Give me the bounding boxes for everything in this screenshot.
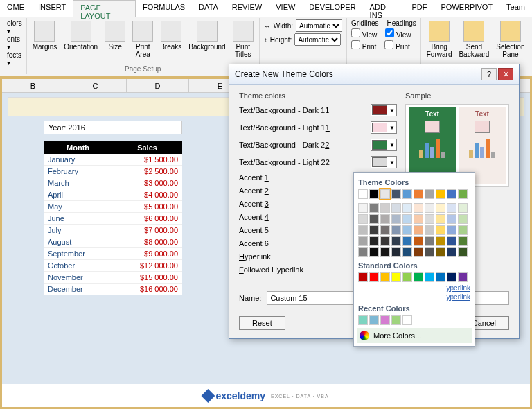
color-cell[interactable] <box>436 203 445 213</box>
color-cell[interactable] <box>402 203 412 213</box>
color-cell[interactable] <box>436 247 445 257</box>
color-cell[interactable] <box>458 272 468 282</box>
color-cell[interactable] <box>391 189 401 199</box>
col-B[interactable]: B <box>2 79 64 92</box>
headings-print-check[interactable] <box>384 40 393 49</box>
color-cell[interactable] <box>402 272 412 282</box>
color-cell[interactable] <box>447 189 456 199</box>
themes-olors[interactable]: olors ▾ <box>7 19 22 35</box>
color-cell[interactable] <box>436 272 445 282</box>
color-cell[interactable] <box>447 214 456 224</box>
color-cell[interactable] <box>391 203 401 213</box>
tab-view[interactable]: VIEW <box>269 0 302 17</box>
tab-formulas[interactable]: FORMULAS <box>136 0 192 17</box>
color-cell[interactable] <box>358 315 368 325</box>
color-cell[interactable] <box>458 203 468 213</box>
reset-button[interactable]: Reset <box>239 316 285 330</box>
color-cell[interactable] <box>369 214 379 224</box>
color-swatch-button-1[interactable]: ▼ <box>371 121 397 134</box>
color-cell[interactable] <box>380 214 390 224</box>
color-cell[interactable] <box>391 272 401 282</box>
gridlines-view-check[interactable] <box>351 28 360 37</box>
tab-developer[interactable]: DEVELOPER <box>302 0 362 17</box>
color-cell[interactable] <box>402 225 412 235</box>
close-button[interactable]: ✕ <box>498 68 513 80</box>
color-cell[interactable] <box>369 189 379 199</box>
print-titles-button[interactable]: PrintTitles <box>231 19 255 60</box>
print-area-button[interactable]: PrintArea <box>131 19 154 60</box>
more-colors-button[interactable]: More Colors... <box>357 328 472 343</box>
table-row[interactable]: September$9 000.00 <box>44 248 182 260</box>
color-cell[interactable] <box>358 189 368 199</box>
color-cell[interactable] <box>380 272 390 282</box>
table-row[interactable]: April$4 000.00 <box>44 189 182 201</box>
bring-forward-button[interactable]: BringForward <box>425 19 454 60</box>
margins-button[interactable]: Margins <box>31 19 59 52</box>
color-swatch-button-3[interactable]: ▼ <box>371 156 397 168</box>
color-cell[interactable] <box>358 236 368 246</box>
breaks-button[interactable]: Breaks <box>159 19 183 52</box>
color-cell[interactable] <box>414 203 423 213</box>
width-select[interactable]: Automatic <box>296 19 342 32</box>
color-cell[interactable] <box>358 225 368 235</box>
color-cell[interactable] <box>402 236 412 246</box>
send-backward-button[interactable]: SendBackward <box>457 19 490 60</box>
color-cell[interactable] <box>358 214 368 224</box>
help-button[interactable]: ? <box>481 68 497 80</box>
background-button[interactable]: Background <box>187 19 227 52</box>
tab-team[interactable]: Team <box>499 0 532 17</box>
tab-add-ins[interactable]: ADD-INS <box>363 0 405 17</box>
color-cell[interactable] <box>458 214 468 224</box>
orientation-button[interactable]: Orientation <box>62 19 99 52</box>
color-cell[interactable] <box>391 236 401 246</box>
color-cell[interactable] <box>458 247 468 257</box>
color-cell[interactable] <box>380 236 390 246</box>
color-cell[interactable] <box>425 189 434 199</box>
color-cell[interactable] <box>425 214 434 224</box>
table-row[interactable]: August$8 000.00 <box>44 236 182 248</box>
color-cell[interactable] <box>369 315 379 325</box>
height-select[interactable]: Automatic <box>294 33 341 46</box>
color-cell[interactable] <box>425 225 434 235</box>
color-cell[interactable] <box>402 214 412 224</box>
tab-insert[interactable]: INSERT <box>31 0 73 17</box>
color-cell[interactable] <box>414 225 423 235</box>
headings-view-check[interactable] <box>385 28 394 37</box>
color-cell[interactable] <box>447 225 456 235</box>
color-cell[interactable] <box>391 247 401 257</box>
color-cell[interactable] <box>458 225 468 235</box>
table-row[interactable]: December$16 000.00 <box>44 284 182 295</box>
color-cell[interactable] <box>369 247 379 257</box>
color-swatch-button-0[interactable]: ▼ <box>371 104 397 116</box>
color-cell[interactable] <box>369 203 379 213</box>
color-cell[interactable] <box>425 203 434 213</box>
color-cell[interactable] <box>414 247 423 257</box>
color-cell[interactable] <box>414 214 423 224</box>
color-cell[interactable] <box>380 315 390 325</box>
color-cell[interactable] <box>414 189 423 199</box>
col-D[interactable]: D <box>127 79 189 92</box>
color-cell[interactable] <box>369 225 379 235</box>
color-cell[interactable] <box>358 272 368 282</box>
gridlines-print-check[interactable] <box>351 40 360 49</box>
color-cell[interactable] <box>436 236 445 246</box>
themes-fects[interactable]: fects ▾ <box>7 51 22 67</box>
color-cell[interactable] <box>380 203 390 213</box>
tab-ome[interactable]: OME <box>0 0 31 17</box>
color-cell[interactable] <box>425 272 434 282</box>
tab-pdf[interactable]: PDF <box>405 0 434 17</box>
color-cell[interactable] <box>447 272 456 282</box>
tab-powerpivot[interactable]: POWERPIVOT <box>434 0 500 17</box>
table-row[interactable]: March$3 000.00 <box>44 177 182 189</box>
table-row[interactable]: November$15 000.00 <box>44 272 182 284</box>
col-C[interactable]: C <box>64 79 127 92</box>
color-swatch-button-2[interactable]: ▼ <box>371 139 397 151</box>
color-cell[interactable] <box>402 315 412 325</box>
tab-data[interactable]: DATA <box>192 0 225 17</box>
color-cell[interactable] <box>447 247 456 257</box>
color-cell[interactable] <box>436 214 445 224</box>
color-cell[interactable] <box>391 315 401 325</box>
table-row[interactable]: January$1 500.00 <box>44 154 182 166</box>
size-button[interactable]: Size <box>103 19 127 52</box>
color-cell[interactable] <box>436 189 445 199</box>
